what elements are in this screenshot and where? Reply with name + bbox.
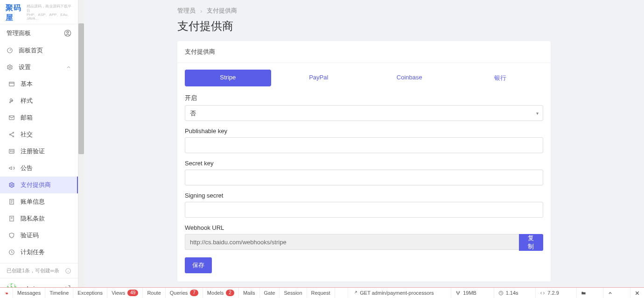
debugbar-time[interactable]: 1.14s (494, 288, 523, 298)
chevron-right-icon: › (200, 7, 202, 14)
tabs: Stripe PayPal Coinbase 银行 (185, 70, 543, 86)
share-icon (352, 291, 357, 296)
breadcrumb-admin[interactable]: 管理员 (177, 7, 196, 15)
logo-text: 聚码屋 (6, 3, 25, 23)
sidebar-item-label: 面板首页 (19, 46, 43, 55)
code-icon (540, 291, 545, 296)
sidebar-item-settings[interactable]: 设置 (0, 59, 78, 76)
chevron-up-icon (66, 64, 71, 70)
debugbar-endpoint[interactable]: GET admin/payment-processors (348, 288, 438, 298)
debugbar-tab-mails[interactable]: Mails (239, 288, 260, 298)
sidebar-item-register[interactable]: 注册验证 (0, 143, 78, 160)
debugbar: Messages Timeline Exceptions Views49 Rou… (0, 287, 644, 298)
debugbar-tab-session[interactable]: Session (280, 288, 307, 298)
signing-input[interactable] (185, 202, 543, 218)
sidebar-item-label: 计划任务 (21, 248, 45, 256)
gear-icon (8, 182, 15, 188)
clock-icon (498, 291, 504, 296)
debugbar-tab-messages[interactable]: Messages (13, 288, 45, 298)
sidebar: 聚码屋 精品源码，商业源码下载平台 PHP、ASP、APP、EAu、JAVA… … (0, 0, 78, 298)
menu: 面板首页 设置 基本 样式 邮箱 社交 注册验证 (0, 42, 78, 263)
folder-icon (581, 291, 586, 296)
debugbar-tab-queries[interactable]: Queries7 (166, 288, 203, 298)
debugbar-tab-timeline[interactable]: Timeline (45, 288, 73, 298)
sidebar-item-label: 支付提供商 (21, 181, 51, 189)
copy-button[interactable]: 复制 (519, 234, 543, 251)
footer-links: 联系我们 条款 隐私 开始API (177, 282, 551, 287)
debugbar-tab-models[interactable]: Models2 (203, 288, 239, 298)
secret-label: Secret key (185, 160, 543, 167)
main: 管理员 › 支付提供商 支付提供商 支付提供商 Stripe PayPal Co… (84, 0, 644, 287)
receipt-icon (8, 199, 15, 205)
tab-stripe[interactable]: Stripe (185, 70, 271, 86)
section-title: 管理面板 (7, 29, 31, 37)
user-circle-icon[interactable] (64, 29, 71, 37)
scrollbar-thumb[interactable] (78, 23, 84, 154)
wrench-icon (8, 98, 15, 104)
mail-icon (8, 114, 15, 121)
sidebar-item-label: 验证码 (21, 231, 39, 240)
sidebar-item-label: 隐私条款 (21, 214, 45, 223)
info-icon[interactable] (65, 268, 71, 274)
debugbar-expand[interactable] (603, 288, 617, 298)
save-button[interactable]: 保存 (185, 257, 212, 273)
card-title: 支付提供商 (177, 41, 551, 63)
sidebar-item-label: 公告 (21, 164, 33, 172)
pubkey-input[interactable] (185, 137, 543, 153)
enable-label: 开启 (185, 94, 543, 102)
sidebar-item-announce[interactable]: 公告 (0, 160, 78, 177)
section-header: 管理面板 (0, 24, 78, 42)
laravel-icon[interactable] (0, 288, 13, 298)
debugbar-close[interactable] (630, 288, 644, 298)
sidebar-item-dashboard[interactable]: 面板首页 (0, 42, 78, 59)
chevron-up-icon (608, 291, 613, 296)
svg-point-6 (13, 132, 14, 133)
network-icon (455, 291, 461, 296)
enable-select[interactable]: 否 (185, 105, 543, 121)
signing-label: Signing secret (185, 192, 543, 199)
breadcrumb-current: 支付提供商 (207, 7, 237, 15)
tab-bank[interactable]: 银行 (457, 70, 544, 86)
page-title: 支付提供商 (177, 19, 551, 34)
id-card-icon (8, 148, 15, 155)
webhook-input[interactable] (185, 234, 519, 250)
secret-input[interactable] (185, 170, 543, 185)
sidebar-item-privacy[interactable]: 隐私条款 (0, 210, 78, 227)
debugbar-tab-views[interactable]: Views49 (107, 288, 143, 298)
window-icon (8, 81, 15, 87)
sidebar-item-mail[interactable]: 邮箱 (0, 109, 78, 126)
debugbar-tab-gate[interactable]: Gate (260, 288, 280, 298)
sidebar-item-billing[interactable]: 账单信息 (0, 193, 78, 210)
sidebar-item-style[interactable]: 样式 (0, 92, 78, 109)
document-icon (8, 215, 15, 222)
close-icon (635, 291, 640, 296)
sidebar-item-label: 设置 (19, 63, 31, 71)
svg-point-8 (13, 136, 14, 137)
svg-point-10 (10, 150, 11, 151)
tab-coinbase[interactable]: Coinbase (366, 70, 453, 86)
settings-card: 支付提供商 Stripe PayPal Coinbase 银行 开启 否 ▾ P… (177, 41, 551, 282)
tab-paypal[interactable]: PayPal (276, 70, 362, 86)
quota-text: 已创建1条，可创建∞条 (7, 267, 59, 274)
sidebar-item-basic[interactable]: 基本 (0, 76, 78, 92)
debugbar-tab-route[interactable]: Route (143, 288, 165, 298)
svg-rect-4 (9, 82, 14, 86)
sidebar-item-cron[interactable]: 计划任务 (0, 244, 78, 261)
debugbar-php[interactable]: 7.2.9 (535, 288, 563, 298)
sidebar-item-captcha[interactable]: 验证码 (0, 227, 78, 244)
svg-point-17 (459, 291, 460, 292)
sidebar-item-label: 基本 (21, 80, 33, 88)
debugbar-memory[interactable]: 19MB (451, 288, 481, 298)
debugbar-folder[interactable] (576, 288, 590, 298)
webhook-label: Webhook URL (185, 224, 543, 231)
debugbar-tab-exceptions[interactable]: Exceptions (73, 288, 107, 298)
sidebar-item-payment[interactable]: 支付提供商 (0, 177, 78, 193)
sidebar-item-social[interactable]: 社交 (0, 126, 78, 143)
scrollbar-track (78, 0, 84, 298)
gauge-icon (7, 47, 13, 54)
svg-point-3 (9, 66, 11, 68)
sidebar-item-label: 注册验证 (21, 147, 45, 156)
logo[interactable]: 聚码屋 精品源码，商业源码下载平台 PHP、ASP、APP、EAu、JAVA… (0, 0, 78, 24)
clock-icon (8, 249, 15, 255)
debugbar-tab-request[interactable]: Request (307, 288, 335, 298)
